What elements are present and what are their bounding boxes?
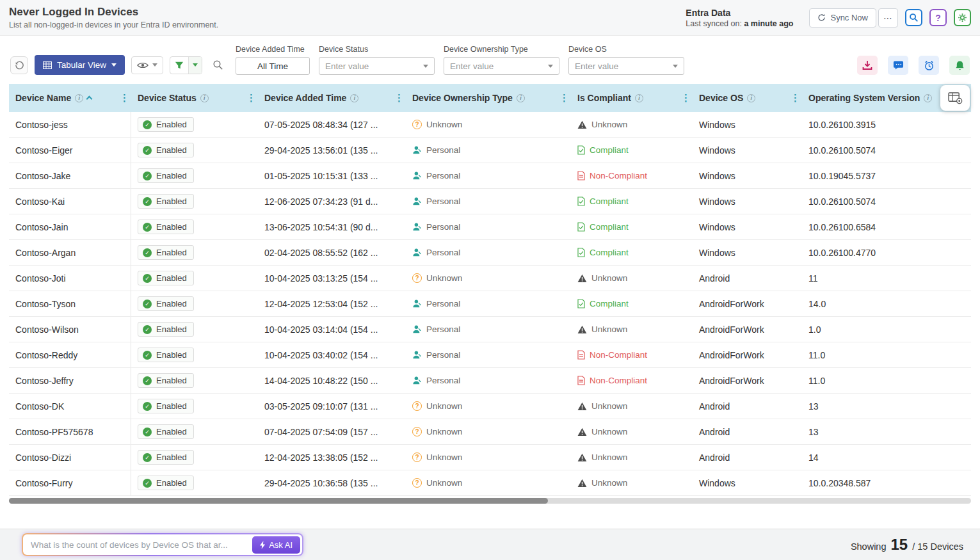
visibility-button[interactable]	[131, 56, 163, 74]
info-icon[interactable]: i	[924, 94, 932, 102]
column-menu-icon[interactable]: ⋮	[394, 92, 404, 104]
info-icon[interactable]: i	[75, 94, 83, 102]
column-header-device-ownership-type[interactable]: Device Ownership Type i ⋮	[406, 84, 571, 112]
device-status-cell: ✓Enabled	[131, 368, 258, 393]
column-menu-icon[interactable]: ⋮	[246, 92, 256, 104]
export-download-button[interactable]	[857, 56, 878, 75]
device-status-cell: ✓Enabled	[131, 317, 258, 342]
column-settings-button[interactable]	[940, 85, 970, 111]
info-icon[interactable]: i	[747, 94, 755, 102]
person-icon	[412, 324, 422, 334]
device-os-cell: AndroidForWork	[693, 368, 802, 393]
table-row[interactable]: Contoso-Tyson✓Enabled12-04-2025 12:53:04…	[9, 291, 971, 317]
device-os-select[interactable]: Enter value	[568, 57, 684, 75]
table-row[interactable]: Contoso-Jake✓Enabled01-05-2025 10:15:31 …	[9, 163, 971, 189]
device-status-cell: ✓Enabled	[131, 291, 258, 316]
sort-asc-icon[interactable]	[86, 96, 93, 102]
table-row[interactable]: Contoso-Wilson✓Enabled10-04-2025 03:14:0…	[9, 317, 971, 342]
device-name-cell: Contoso-Jake	[9, 163, 131, 188]
device-os-cell: Windows	[693, 240, 802, 265]
table-row[interactable]: Contoso-Eiger✓Enabled29-04-2025 13:56:01…	[9, 138, 971, 163]
column-header-device-os[interactable]: Device OS i ⋮	[693, 84, 802, 112]
tabular-view-button[interactable]: Tabular View	[35, 55, 125, 75]
table-row[interactable]: Contoso-Joti✓Enabled10-04-2025 03:13:25 …	[9, 266, 971, 291]
settings-sync-button[interactable]	[954, 9, 971, 26]
history-button[interactable]	[10, 56, 28, 74]
horizontal-scrollbar[interactable]	[9, 498, 971, 504]
device-added-time-cell: 29-04-2025 10:36:58 (135 ...	[258, 470, 406, 495]
column-header-device-name[interactable]: Device Name i ⋮	[9, 84, 131, 112]
device-status-cell: ✓Enabled	[131, 342, 258, 367]
os-version-cell: 13	[802, 419, 971, 444]
datasource-info: Entra Data Last synced on: a minute ago	[686, 8, 793, 28]
info-icon[interactable]: i	[200, 94, 209, 102]
table-row[interactable]: Contoso-Kai✓Enabled12-06-2025 07:34:23 (…	[9, 189, 971, 214]
alerts-button[interactable]	[949, 56, 970, 75]
non-compliant-doc-icon	[577, 171, 585, 180]
table-row[interactable]: Contoso-Jain✓Enabled13-06-2025 10:54:31 …	[9, 214, 971, 240]
column-header-device-added-time[interactable]: Device Added Time i ⋮	[258, 84, 406, 112]
warning-icon	[577, 274, 587, 283]
table-row[interactable]: Contoso-jess✓Enabled07-05-2025 08:48:34 …	[9, 112, 971, 138]
feedback-button[interactable]	[888, 56, 908, 75]
column-header-is-compliant[interactable]: Is Compliant i ⋮	[571, 84, 693, 112]
global-search-button[interactable]	[905, 9, 922, 26]
device-os-cell: Android	[693, 266, 802, 291]
info-icon[interactable]: i	[635, 94, 643, 102]
alarm-clock-icon	[924, 60, 935, 71]
column-menu-icon[interactable]: ⋮	[681, 92, 691, 104]
info-icon[interactable]: i	[517, 94, 525, 102]
ask-ai-button[interactable]: Ask AI	[252, 536, 300, 554]
column-menu-icon[interactable]: ⋮	[120, 92, 129, 104]
status-badge: ✓Enabled	[138, 450, 194, 465]
is-compliant-cell: Compliant	[571, 291, 693, 316]
column-menu-icon[interactable]: ⋮	[559, 92, 569, 104]
column-header-device-status[interactable]: Device Status i ⋮	[131, 84, 258, 112]
gear-icon	[958, 13, 967, 22]
schedule-button[interactable]	[919, 56, 939, 75]
person-icon	[412, 145, 422, 155]
filter-button[interactable]	[170, 56, 202, 74]
device-added-time-cell: 10-04-2025 03:14:04 (154 ...	[258, 317, 406, 342]
device-added-time-cell: 07-04-2025 07:54:09 (157 ...	[258, 419, 406, 444]
ask-ai-input[interactable]	[31, 540, 247, 550]
scrollbar-thumb[interactable]	[9, 498, 548, 504]
warning-icon	[577, 120, 587, 129]
device-added-time-select[interactable]: All Time	[236, 57, 310, 75]
table-row[interactable]: Contoso-DK✓Enabled03-05-2025 09:10:07 (1…	[9, 394, 971, 419]
os-version-cell: 10.0.19045.5737	[802, 163, 971, 188]
bell-icon	[955, 60, 965, 71]
device-name-cell: Contoso-jess	[9, 112, 131, 137]
sync-now-button[interactable]: Sync Now	[809, 8, 876, 28]
device-status-cell: ✓Enabled	[131, 214, 258, 239]
help-button[interactable]: ?	[929, 9, 947, 26]
warning-icon	[577, 402, 587, 411]
check-circle-icon: ✓	[143, 325, 152, 334]
table-body: Contoso-jess✓Enabled07-05-2025 08:48:34 …	[9, 112, 971, 496]
table-row[interactable]: Contoso-Reddy✓Enabled10-04-2025 03:40:02…	[9, 342, 971, 368]
chevron-down-icon	[423, 65, 428, 68]
person-icon	[412, 196, 422, 206]
device-name-cell: Contoso-Joti	[9, 266, 131, 291]
column-menu-icon[interactable]: ⋮	[791, 92, 800, 104]
table-search-button[interactable]	[209, 56, 227, 74]
ask-ai-box: Ask AI	[22, 533, 303, 556]
compliant-doc-icon	[577, 299, 585, 308]
is-compliant-cell: Unknown	[571, 394, 693, 419]
filter-device-added-time: Device Added Time All Time	[236, 45, 310, 75]
device-ownership-type-select[interactable]: Enter value	[444, 57, 559, 75]
table-row[interactable]: Contoso-Argan✓Enabled02-04-2025 08:55:52…	[9, 240, 971, 266]
table-row[interactable]: Contoso-PF575678✓Enabled07-04-2025 07:54…	[9, 419, 971, 445]
table-row[interactable]: Contoso-Jeffry✓Enabled14-04-2025 10:48:2…	[9, 368, 971, 394]
table-row[interactable]: Contoso-Furry✓Enabled29-04-2025 10:36:58…	[9, 470, 971, 496]
device-added-time-cell: 07-05-2025 08:48:34 (127 ...	[258, 112, 406, 137]
device-status-select[interactable]: Enter value	[319, 57, 435, 75]
non-compliant-doc-icon	[577, 350, 585, 360]
more-options-button[interactable]: ⋯	[878, 8, 898, 28]
device-status-cell: ✓Enabled	[131, 419, 258, 444]
filter-device-status: Device Status Enter value	[319, 45, 435, 75]
check-circle-icon: ✓	[143, 146, 152, 155]
table-row[interactable]: Contoso-Dizzi✓Enabled12-04-2025 13:38:05…	[9, 445, 971, 470]
filter-dropdown[interactable]	[188, 57, 202, 74]
info-icon[interactable]: i	[350, 94, 358, 102]
